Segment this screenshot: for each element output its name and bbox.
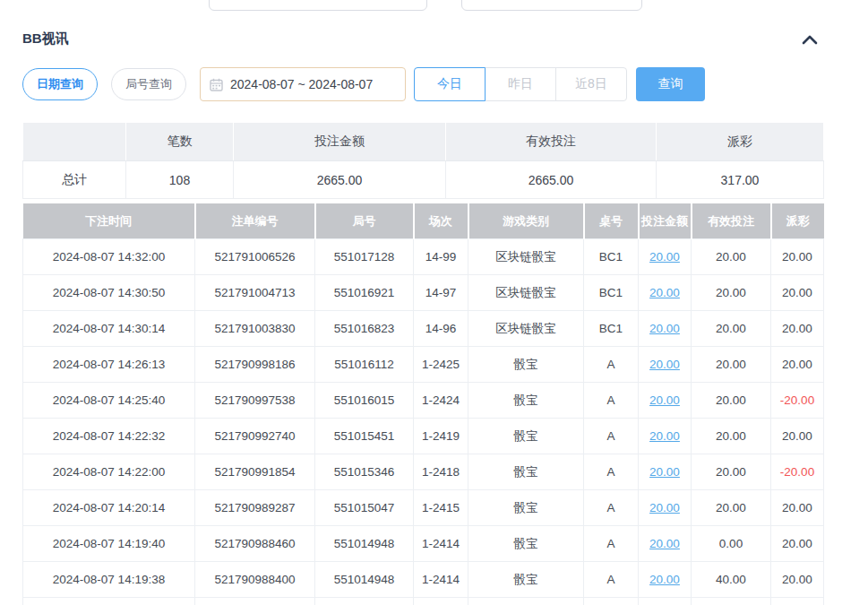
- summary-header-valid-bet: 有效投注: [446, 123, 657, 161]
- valid-bet-cell: 20.00: [692, 383, 771, 419]
- summary-bet-amount-value: 2665.00: [234, 161, 446, 199]
- round-no-cell: 551014948: [315, 562, 414, 598]
- session-cell: 14-97: [414, 275, 468, 311]
- table-row: 2024-08-07 14:25:40 521790997538 5510160…: [23, 383, 824, 419]
- bet-amount-link[interactable]: 20.00: [649, 537, 680, 550]
- round-no-cell: 551014948: [315, 526, 414, 562]
- top-partial-input-2[interactable]: [461, 0, 642, 11]
- order-no-cell: 521791006526: [195, 239, 315, 275]
- session-cell: 1-2414: [414, 526, 468, 562]
- round-no-cell: 551016823: [315, 311, 414, 347]
- summary-header-payout: 派彩: [657, 123, 824, 161]
- bet-amount-link[interactable]: 20.00: [649, 465, 680, 479]
- quick-range-group: 今日 昨日 近8日: [414, 67, 627, 101]
- session-cell: 1-2413: [414, 598, 468, 605]
- bet-amount-cell: 20.00: [639, 526, 692, 562]
- bet-time-cell: 2024-08-07 14:19:03: [23, 598, 195, 605]
- bet-time-cell: 2024-08-07 14:19:40: [23, 526, 195, 562]
- bet-amount-link[interactable]: 20.00: [649, 286, 680, 299]
- bet-amount-link[interactable]: 20.00: [649, 250, 680, 264]
- round-no-cell: 551014846: [315, 598, 414, 605]
- summary-header-count: 笔数: [126, 123, 234, 161]
- order-no-cell: 521790997538: [195, 383, 315, 419]
- bet-amount-link[interactable]: 20.00: [649, 573, 680, 586]
- bet-amount-link[interactable]: 20.00: [649, 393, 680, 407]
- game-type-cell: 骰宝: [468, 598, 584, 605]
- records-header-valid-bet: 有效投注: [692, 203, 771, 239]
- session-cell: 1-2418: [414, 454, 468, 490]
- round-no-cell: 551015047: [315, 490, 414, 526]
- table-no-cell: BC1: [584, 275, 639, 311]
- valid-bet-cell: 20.00: [692, 598, 771, 605]
- bet-time-cell: 2024-08-07 14:22:32: [23, 419, 195, 454]
- valid-bet-cell: 20.00: [692, 490, 771, 526]
- bet-amount-cell: 20.00: [639, 419, 692, 454]
- round-no-cell: 551016112: [315, 347, 414, 383]
- game-type-cell: 区块链骰宝: [468, 239, 584, 275]
- session-cell: 1-2415: [414, 490, 468, 526]
- query-button[interactable]: 查询: [636, 67, 705, 101]
- bet-amount-cell: 20.00: [639, 454, 692, 490]
- game-type-cell: 骰宝: [468, 562, 584, 598]
- bet-amount-cell: 20.00: [639, 311, 692, 347]
- bet-amount-cell: 20.00: [639, 347, 692, 383]
- session-cell: 14-99: [414, 239, 468, 275]
- payout-cell: -20.00: [771, 598, 824, 605]
- bet-amount-link[interactable]: 20.00: [649, 501, 680, 514]
- valid-bet-cell: 20.00: [692, 454, 771, 490]
- bet-time-cell: 2024-08-07 14:32:00: [23, 239, 195, 275]
- valid-bet-cell: 20.00: [692, 347, 771, 383]
- valid-bet-cell: 40.00: [692, 562, 771, 598]
- records-header-game-type: 游戏类别: [468, 203, 584, 239]
- date-range-picker[interactable]: 2024-08-07 ~ 2024-08-07: [200, 67, 406, 101]
- order-no-cell: 521790988460: [195, 526, 315, 562]
- table-row: 2024-08-07 14:19:40 521790988460 5510149…: [23, 526, 824, 562]
- quick-range-yesterday[interactable]: 昨日: [485, 67, 556, 101]
- order-no-cell: 521790998186: [195, 347, 315, 383]
- payout-cell: 20.00: [771, 526, 824, 562]
- bet-amount-cell: 20.00: [639, 562, 692, 598]
- collapse-section-button[interactable]: [800, 30, 820, 49]
- table-no-cell: A: [584, 347, 639, 383]
- records-header-table-no: 桌号: [584, 203, 639, 239]
- table-no-cell: A: [584, 454, 639, 490]
- payout-cell: 20.00: [771, 562, 824, 598]
- session-cell: 1-2425: [414, 347, 468, 383]
- bet-amount-link[interactable]: 20.00: [649, 429, 680, 443]
- table-row: 2024-08-07 14:20:14 521790989287 5510150…: [23, 490, 824, 526]
- top-partial-input-1[interactable]: [209, 0, 427, 11]
- table-no-cell: A: [584, 526, 639, 562]
- bet-time-cell: 2024-08-07 14:19:38: [23, 562, 195, 598]
- summary-table: 笔数 投注金额 有效投注 派彩 总计 108 2665.00 2665.00 3…: [22, 122, 824, 199]
- table-no-cell: BC1: [584, 311, 639, 347]
- records-header-session: 场次: [414, 203, 468, 239]
- page: BB视讯 日期查询 局号查询 2024-08-07 ~ 2024-08-07 今…: [0, 0, 868, 605]
- tab-round-query[interactable]: 局号查询: [111, 68, 186, 100]
- order-no-cell: 521790987459: [195, 598, 315, 605]
- quick-range-last8[interactable]: 近8日: [555, 67, 627, 101]
- records-table: 下注时间 注单编号 局号 场次 游戏类别 桌号 投注金额 有效投注 派彩 202…: [22, 203, 824, 605]
- quick-range-today[interactable]: 今日: [414, 67, 486, 101]
- bet-time-cell: 2024-08-07 14:20:14: [23, 490, 195, 526]
- bet-amount-cell: 20.00: [639, 383, 692, 419]
- bet-amount-link[interactable]: 20.00: [649, 322, 680, 335]
- order-no-cell: 521790991854: [195, 454, 315, 490]
- round-no-cell: 551015346: [315, 454, 414, 490]
- records-header-time: 下注时间: [23, 203, 195, 239]
- bet-time-cell: 2024-08-07 14:26:13: [23, 347, 195, 383]
- table-no-cell: A: [584, 562, 639, 598]
- game-type-cell: 区块链骰宝: [468, 275, 584, 311]
- table-no-cell: A: [584, 383, 639, 419]
- tab-date-query[interactable]: 日期查询: [22, 68, 98, 100]
- payout-cell: 20.00: [771, 239, 824, 275]
- bet-amount-link[interactable]: 20.00: [649, 358, 680, 371]
- summary-valid-bet-value: 2665.00: [446, 161, 657, 199]
- payout-cell: 20.00: [771, 275, 824, 311]
- records-header-payout: 派彩: [771, 203, 824, 239]
- session-cell: 1-2424: [414, 383, 468, 419]
- table-row: 2024-08-07 14:19:03 521790987459 5510148…: [23, 598, 824, 605]
- table-row: 2024-08-07 14:22:32 521790992740 5510154…: [23, 419, 824, 454]
- records-header-round-no: 局号: [315, 203, 414, 239]
- calendar-icon: [210, 78, 223, 91]
- bet-amount-cell: 20.00: [639, 490, 692, 526]
